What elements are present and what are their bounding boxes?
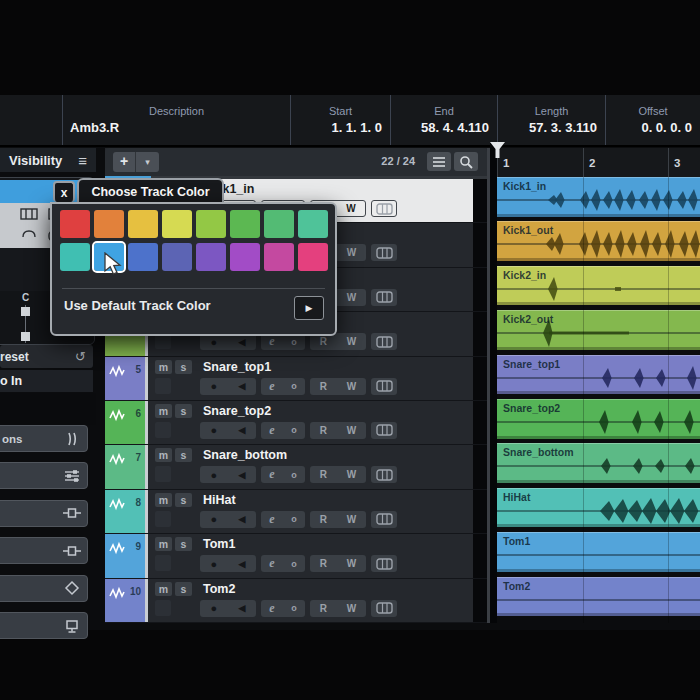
track-name[interactable]: Tom2 xyxy=(203,582,235,596)
inspector-section-2[interactable] xyxy=(0,462,88,489)
track-name[interactable]: Snare_top1 xyxy=(203,360,271,374)
track-row-Snare_bottom[interactable]: 7msSnare_bottom●◀eoRW xyxy=(105,445,487,489)
channel-strip-button[interactable] xyxy=(371,289,397,306)
write-automation-button[interactable]: W xyxy=(347,514,356,525)
mute-button[interactable]: m xyxy=(155,582,172,596)
inspector-section-4[interactable] xyxy=(0,537,88,564)
edit-channel-button[interactable]: e xyxy=(269,423,274,438)
add-track-button[interactable]: + ▾ xyxy=(113,152,159,172)
chevron-down-icon[interactable]: ▾ xyxy=(136,152,159,172)
listen-button[interactable]: o xyxy=(291,381,297,391)
listen-button[interactable]: o xyxy=(291,514,297,524)
volume-slider-handle[interactable] xyxy=(21,307,30,316)
color-swatch-8[interactable] xyxy=(298,210,328,238)
track-color-strip[interactable]: 6 xyxy=(105,401,145,444)
monitor-button[interactable]: ◀ xyxy=(238,470,245,480)
read-automation-button[interactable]: R xyxy=(320,558,327,569)
track-enable-box[interactable] xyxy=(155,511,171,527)
listen-button[interactable]: o xyxy=(291,559,297,569)
edit-channel-button[interactable]: e xyxy=(269,601,274,616)
listen-button[interactable]: o xyxy=(291,470,297,480)
channel-strip-button[interactable] xyxy=(371,378,397,395)
input-routing-row[interactable]: o In xyxy=(0,370,93,392)
record-arm-button[interactable]: ● xyxy=(211,424,218,436)
listen-button[interactable]: o xyxy=(291,425,297,435)
color-swatch-4[interactable] xyxy=(162,210,192,238)
edit-channel-button[interactable]: e xyxy=(269,334,274,349)
monitor-button[interactable]: ◀ xyxy=(238,381,245,391)
inspector-section-5[interactable] xyxy=(0,575,88,602)
edit-channel-button[interactable]: e xyxy=(269,379,274,394)
track-name[interactable]: HiHat xyxy=(203,493,236,507)
info-value[interactable]: 58. 4. 4.110 xyxy=(391,120,497,135)
record-arm-button[interactable]: ● xyxy=(211,380,218,392)
audio-event-Kick1_out[interactable]: Kick1_out xyxy=(497,221,700,261)
color-swatch-13[interactable] xyxy=(196,243,226,271)
monitor-button[interactable]: ◀ xyxy=(238,559,245,569)
mute-button[interactable]: m xyxy=(155,537,172,551)
use-default-color-label[interactable]: Use Default Track Color xyxy=(64,298,211,313)
audio-event-Snare_bottom[interactable]: Snare_bottom xyxy=(497,443,700,483)
write-automation-button[interactable]: W xyxy=(347,336,356,347)
channel-strip-button[interactable] xyxy=(371,244,397,261)
mute-button[interactable]: m xyxy=(155,404,172,418)
info-value[interactable]: 1. 1. 1. 0 xyxy=(291,120,390,135)
color-swatch-3[interactable] xyxy=(128,210,158,238)
channel-strip-button[interactable] xyxy=(371,422,397,439)
write-automation-button[interactable]: W xyxy=(346,203,355,214)
read-automation-button[interactable]: R xyxy=(320,514,327,525)
track-name[interactable]: Snare_bottom xyxy=(203,448,287,462)
solo-button[interactable]: s xyxy=(175,537,192,551)
track-color-strip[interactable]: 7 xyxy=(105,445,145,488)
color-swatch-9[interactable] xyxy=(60,243,90,271)
channel-strip-button[interactable] xyxy=(371,511,397,528)
record-arm-button[interactable]: ● xyxy=(211,513,218,525)
audio-event-Tom2[interactable]: Tom2 xyxy=(497,577,700,617)
more-colors-button[interactable]: ▶ xyxy=(294,296,324,320)
monitor-button[interactable]: ◀ xyxy=(238,603,245,613)
write-automation-button[interactable]: W xyxy=(347,247,356,258)
write-automation-button[interactable]: W xyxy=(347,603,356,614)
plus-icon[interactable]: + xyxy=(113,152,136,172)
color-swatch-1[interactable] xyxy=(60,210,90,238)
listen-button[interactable]: o xyxy=(291,603,297,613)
inspector-section-3[interactable] xyxy=(0,500,88,527)
track-enable-box[interactable] xyxy=(155,422,171,438)
solo-button[interactable]: s xyxy=(175,493,192,507)
solo-button[interactable]: s xyxy=(175,404,192,418)
track-color-strip[interactable]: 5 xyxy=(105,357,145,400)
track-color-strip[interactable]: 9 xyxy=(105,534,145,577)
color-swatch-2[interactable] xyxy=(94,210,124,238)
audio-event-Kick2_out[interactable]: Kick2_out xyxy=(497,310,700,350)
write-automation-button[interactable]: W xyxy=(347,381,356,392)
reload-icon[interactable]: ↺ xyxy=(75,349,93,364)
monitor-button[interactable]: ◀ xyxy=(238,337,245,347)
audio-event-Kick1_in[interactable]: Kick1_in xyxy=(497,177,700,217)
track-row-Tom2[interactable]: 10msTom2●◀eoRW xyxy=(105,579,487,623)
color-swatch-6[interactable] xyxy=(230,210,260,238)
mute-button[interactable]: m xyxy=(155,448,172,462)
audio-event-Tom1[interactable]: Tom1 xyxy=(497,532,700,572)
track-row-HiHat[interactable]: 8msHiHat●◀eoRW xyxy=(105,490,487,534)
record-arm-button[interactable]: ● xyxy=(211,469,218,481)
read-automation-button[interactable]: R xyxy=(320,425,327,436)
read-automation-button[interactable]: R xyxy=(320,603,327,614)
mute-button[interactable]: m xyxy=(155,360,172,374)
solo-button[interactable]: s xyxy=(175,448,192,462)
write-automation-button[interactable]: W xyxy=(347,558,356,569)
monitor-button[interactable]: ◀ xyxy=(238,425,245,435)
listen-button[interactable]: o xyxy=(291,337,297,347)
info-value[interactable]: 57. 3. 3.110 xyxy=(498,120,605,135)
color-swatch-7[interactable] xyxy=(264,210,294,238)
color-swatch-5[interactable] xyxy=(196,210,226,238)
color-swatch-12[interactable] xyxy=(162,243,192,271)
track-enable-box[interactable] xyxy=(155,378,171,394)
track-preset-row[interactable]: reset ↺ xyxy=(0,345,93,368)
inspector-section-1[interactable]: ons xyxy=(0,425,88,452)
track-color-strip[interactable]: 8 xyxy=(105,490,145,533)
track-row-Tom1[interactable]: 9msTom1●◀eoRW xyxy=(105,534,487,578)
audio-event-Kick2_in[interactable]: Kick2_in xyxy=(497,266,700,306)
close-button[interactable]: x xyxy=(53,181,75,202)
color-swatch-14[interactable] xyxy=(230,243,260,271)
audio-event-Snare_top1[interactable]: Snare_top1 xyxy=(497,355,700,395)
